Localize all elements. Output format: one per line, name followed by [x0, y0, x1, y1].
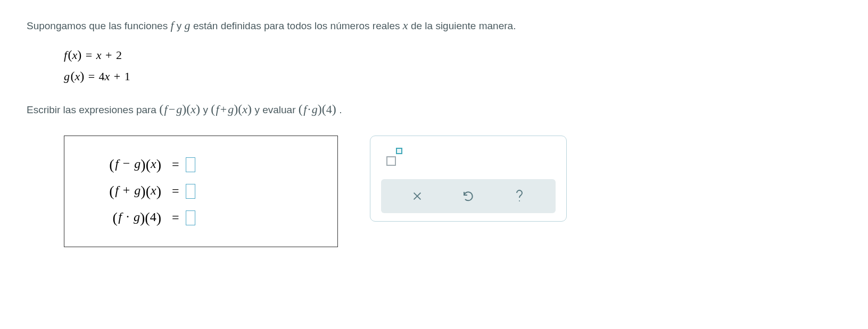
def-g-fn: g — [64, 70, 70, 83]
def-f: f (x) = x + 2 — [64, 45, 841, 64]
def-f-fn: f — [64, 48, 67, 62]
def-f-rhs-op: + — [104, 48, 113, 62]
intro-f: f — [170, 19, 173, 32]
function-definitions: f (x) = x + 2 g (x) = 4x + 1 — [64, 45, 841, 86]
help-button[interactable] — [509, 187, 530, 206]
intro-x: x — [403, 19, 408, 32]
instr-conj1: y — [203, 102, 208, 118]
def-g-rhs-a: 4 — [99, 70, 105, 83]
instr-expr1: ( f−g)(x) — [159, 103, 203, 116]
intro-text-1: Supongamos que las funciones — [27, 18, 168, 34]
answer-row-3: ( f · g)(4) = — [80, 209, 321, 226]
math-toolbar — [370, 136, 567, 222]
reset-button[interactable] — [458, 187, 479, 206]
toolbar-tools — [381, 146, 556, 179]
exponent-base-icon — [386, 156, 396, 166]
intro-paragraph: Supongamos que las funciones f y g están… — [27, 16, 841, 35]
instr-expr3: ( f·g)(4) — [299, 103, 340, 116]
answer-box: ( f − g)(x) = ( f + g)(x) = ( f · g)(4) … — [64, 136, 338, 247]
intro-conj: y — [177, 18, 182, 34]
instr-text-1: Escribir las expresiones para — [27, 102, 156, 118]
def-g-rhs-op: + — [113, 70, 121, 83]
instr-text-3: . — [339, 102, 342, 118]
def-g-var: x — [75, 70, 80, 83]
x-icon — [411, 190, 423, 202]
instruction-paragraph: Escribir las expresiones para ( f−g)(x) … — [27, 99, 841, 119]
question-icon — [513, 188, 526, 204]
svg-point-0 — [519, 200, 520, 201]
def-f-var: x — [72, 48, 78, 62]
intro-text-2: están definidas para todos los números r… — [193, 18, 400, 34]
def-g: g (x) = 4x + 1 — [64, 66, 841, 86]
answer-input-2[interactable] — [186, 184, 195, 199]
def-g-rhs-b: x — [105, 70, 110, 83]
answer-row-2: ( f + g)(x) = — [80, 183, 321, 200]
instr-expr2: ( f+g)(x) — [211, 103, 254, 116]
undo-icon — [462, 190, 475, 203]
exponent-button[interactable] — [386, 150, 406, 166]
def-f-rhs-a: x — [96, 48, 102, 62]
def-f-rhs-b: 2 — [116, 48, 122, 62]
toolbar-actions — [381, 179, 556, 213]
answer-input-1[interactable] — [186, 157, 195, 172]
intro-text-3: de la siguiente manera. — [411, 18, 516, 34]
def-g-rhs-c: 1 — [125, 70, 130, 83]
answer-row-1: ( f − g)(x) = — [80, 156, 321, 173]
instr-text-2: y evaluar — [254, 102, 295, 118]
exponent-sup-icon — [396, 148, 402, 154]
answer-input-3[interactable] — [186, 210, 195, 225]
clear-button[interactable] — [407, 187, 428, 206]
intro-g: g — [185, 19, 191, 32]
